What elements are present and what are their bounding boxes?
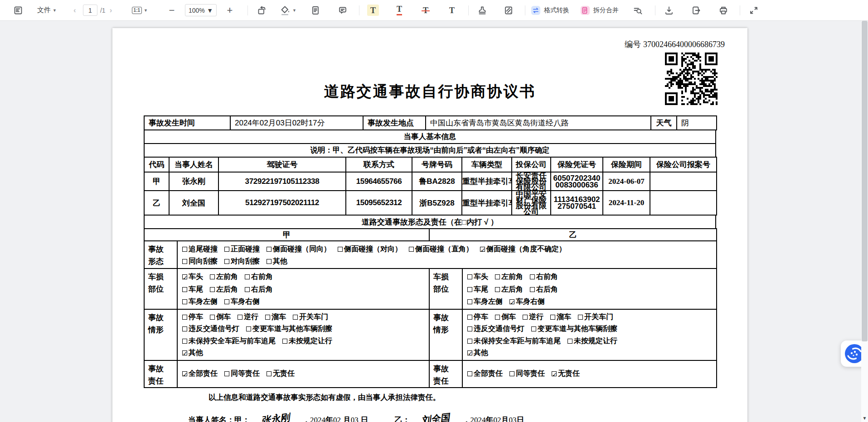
page-number-input[interactable]: [83, 5, 97, 16]
comment-button[interactable]: [335, 3, 350, 18]
checkbox-unchecked[interactable]: [267, 247, 272, 252]
checkbox-option[interactable]: 倒车: [210, 313, 231, 321]
checkbox-unchecked[interactable]: [467, 371, 472, 376]
checkbox-option[interactable]: 开关车门: [293, 313, 328, 321]
checkbox-unchecked[interactable]: [531, 326, 536, 331]
file-menu[interactable]: 文件 ▼: [37, 6, 57, 14]
checkbox-option[interactable]: 侧面碰撞（直角）: [409, 245, 473, 253]
checkbox-option[interactable]: 左前角: [210, 273, 238, 280]
checkbox-option[interactable]: ✓全部责任: [182, 369, 218, 377]
highlight-text-button[interactable]: T: [366, 3, 380, 18]
checkbox-unchecked[interactable]: [182, 247, 187, 252]
checkbox-option[interactable]: 右后角: [530, 285, 558, 293]
print-button[interactable]: [716, 3, 731, 18]
checkbox-unchecked[interactable]: [495, 274, 500, 279]
checkbox-option[interactable]: 右前角: [245, 273, 273, 280]
checkbox-unchecked[interactable]: [182, 259, 187, 264]
checkbox-option[interactable]: 左后角: [495, 285, 523, 293]
checkbox-option[interactable]: 违反交通信号灯: [182, 325, 239, 332]
download-button[interactable]: [662, 3, 676, 18]
checkbox-option[interactable]: 侧面碰撞（同向）: [267, 245, 331, 253]
checkbox-option[interactable]: 无责任: [267, 369, 295, 377]
checkbox-option[interactable]: 左前角: [495, 273, 523, 280]
checkbox-unchecked[interactable]: [267, 371, 272, 376]
split-merge-button[interactable]: 拆分合并: [580, 5, 619, 15]
checkbox-unchecked[interactable]: [224, 247, 229, 252]
checkbox-option[interactable]: 停车: [467, 313, 488, 321]
checkbox-unchecked[interactable]: [182, 339, 187, 344]
checkbox-unchecked[interactable]: [293, 315, 298, 320]
strikethrough-text-button[interactable]: T: [418, 3, 433, 18]
checkbox-unchecked[interactable]: [567, 339, 572, 344]
checkbox-option[interactable]: 车尾: [467, 285, 488, 293]
checkbox-unchecked[interactable]: [282, 339, 287, 344]
signature-watermark-button[interactable]: [501, 3, 516, 18]
checkbox-option[interactable]: 同等责任: [224, 369, 260, 377]
stamp-button[interactable]: [475, 3, 490, 18]
checkbox-unchecked[interactable]: [224, 259, 229, 264]
checkbox-option[interactable]: 违反交通信号灯: [467, 325, 524, 332]
checkbox-unchecked[interactable]: [182, 326, 187, 331]
checkbox-unchecked[interactable]: [210, 274, 215, 279]
checkbox-checked[interactable]: ✓: [480, 247, 485, 252]
checkbox-checked[interactable]: ✓: [467, 350, 472, 355]
checkbox-option[interactable]: ✓其他: [182, 349, 203, 356]
checkbox-option[interactable]: 其他: [267, 257, 287, 265]
checkbox-unchecked[interactable]: [210, 287, 215, 292]
scrollbar-thumb[interactable]: [862, 21, 868, 341]
fit-mode-button[interactable]: 1:1 ▼: [132, 7, 148, 14]
checkbox-option[interactable]: 右前角: [530, 273, 558, 280]
checkbox-unchecked[interactable]: [530, 274, 535, 279]
checkbox-option[interactable]: ✓车头: [182, 273, 203, 280]
checkbox-unchecked[interactable]: [338, 247, 343, 252]
checkbox-option[interactable]: 右后角: [245, 285, 273, 293]
checkbox-option[interactable]: 倒车: [495, 313, 516, 321]
checkbox-unchecked[interactable]: [467, 274, 472, 279]
checkbox-option[interactable]: 逆行: [523, 313, 543, 321]
underline-text-button[interactable]: T: [392, 3, 407, 18]
search-document-button[interactable]: [630, 3, 645, 18]
checkbox-option[interactable]: 全部责任: [467, 369, 503, 377]
checkbox-unchecked[interactable]: [467, 315, 472, 320]
checkbox-option[interactable]: 左后角: [210, 285, 238, 293]
checkbox-option[interactable]: 侧面碰撞（对向）: [338, 245, 402, 253]
checkbox-unchecked[interactable]: [467, 287, 472, 292]
rotate-button[interactable]: [254, 3, 269, 18]
checkbox-checked[interactable]: ✓: [182, 371, 187, 376]
checkbox-unchecked[interactable]: [467, 326, 472, 331]
format-convert-button[interactable]: 格式转换: [531, 5, 569, 15]
checkbox-option[interactable]: 追尾碰撞: [182, 245, 218, 253]
checkbox-unchecked[interactable]: [265, 315, 270, 320]
checkbox-option[interactable]: 未保持安全车距与前车追尾: [467, 337, 561, 345]
checkbox-unchecked[interactable]: [182, 315, 187, 320]
checkbox-unchecked[interactable]: [578, 315, 583, 320]
checkbox-option[interactable]: 溜车: [265, 313, 286, 321]
checkbox-option[interactable]: 同等责任: [509, 369, 545, 377]
checkbox-option[interactable]: 车身右侧: [224, 297, 260, 305]
checkbox-option[interactable]: 对向刮擦: [224, 257, 260, 265]
zoom-out-button[interactable]: −: [165, 5, 179, 16]
checkbox-unchecked[interactable]: [245, 274, 250, 279]
checkbox-unchecked[interactable]: [182, 299, 187, 304]
checkbox-unchecked[interactable]: [550, 315, 555, 320]
checkbox-option[interactable]: 正面碰撞: [224, 245, 260, 253]
checkbox-unchecked[interactable]: [224, 371, 229, 376]
add-text-button[interactable]: T: [445, 3, 459, 18]
checkbox-unchecked[interactable]: [530, 287, 535, 292]
checkbox-option[interactable]: 未按规定让行: [567, 337, 617, 345]
checkbox-checked[interactable]: ✓: [509, 299, 514, 304]
checkbox-option[interactable]: 同向刮擦: [182, 257, 218, 265]
checkbox-option[interactable]: ✓无责任: [552, 369, 580, 377]
checkbox-option[interactable]: 停车: [182, 313, 203, 321]
checkbox-checked[interactable]: ✓: [552, 371, 557, 376]
checkbox-option[interactable]: 溜车: [550, 313, 571, 321]
fill-color-button[interactable]: ▼: [280, 5, 296, 16]
checkbox-unchecked[interactable]: [224, 299, 229, 304]
checkbox-option[interactable]: ✓车身右侧: [509, 297, 545, 305]
checkbox-option[interactable]: 未按规定让行: [282, 337, 332, 345]
note-button[interactable]: [308, 3, 323, 18]
checkbox-unchecked[interactable]: [182, 287, 187, 292]
checkbox-unchecked[interactable]: [523, 315, 528, 320]
next-page-button[interactable]: ›: [106, 6, 116, 15]
prev-page-button[interactable]: ‹: [69, 6, 80, 15]
